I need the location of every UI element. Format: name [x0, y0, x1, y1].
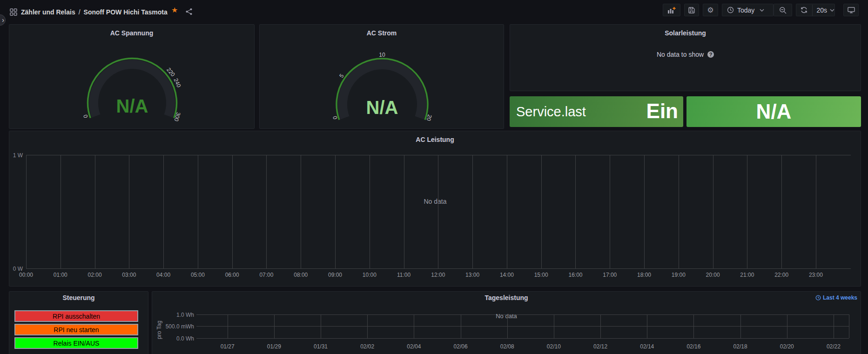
refresh-button-group[interactable]: 20s	[796, 4, 835, 16]
panel-tagesleistung: Tagesleistung Last 4 weeks 1.0 Wh 500.0 …	[152, 291, 861, 354]
x-axis-label: 11:00	[397, 272, 410, 278]
grid-vline	[274, 314, 275, 338]
x-axis-label: 16:00	[568, 272, 582, 278]
grid-vline	[740, 314, 741, 338]
x-axis-label: 10:00	[363, 272, 377, 278]
sidebar-collapse-tab[interactable]: ›	[0, 14, 6, 26]
add-panel-button[interactable]	[663, 4, 680, 16]
share-icon[interactable]	[185, 8, 193, 15]
time-range-label: Today	[737, 7, 754, 14]
gauge-value-ac-spannung: N/A	[116, 96, 148, 117]
time-picker-button[interactable]: Today	[722, 4, 774, 16]
x-axis-label: 04:00	[156, 272, 170, 278]
zoom-out-icon	[779, 7, 787, 14]
y-axis-title: pro Tag	[156, 321, 162, 339]
grid-vline	[781, 155, 782, 268]
grid-vline	[713, 155, 713, 268]
grid-vline	[301, 155, 301, 268]
breadcrumb-folder[interactable]: Zähler und Relais	[21, 8, 75, 16]
zoom-out-button[interactable]	[774, 4, 792, 16]
grid-vline	[367, 314, 368, 338]
grid-vline	[370, 155, 370, 268]
x-axis-label: 02/18	[733, 343, 747, 350]
x-axis-label: 07:00	[259, 272, 273, 278]
grid-vline	[461, 314, 461, 338]
gauge-tick-label: 5	[338, 73, 345, 79]
x-axis-label: 02/20	[780, 343, 794, 350]
x-axis-label: 06:00	[225, 272, 239, 278]
grid-vline	[232, 155, 233, 268]
tv-mode-button[interactable]	[843, 4, 859, 16]
x-axis-label: 21:00	[740, 272, 754, 278]
y-axis-label-max: 1 W	[9, 152, 23, 159]
save-dashboard-button[interactable]	[684, 4, 699, 16]
dashboards-grid-icon[interactable]	[10, 8, 17, 16]
breadcrumb-dashboard-title[interactable]: Sonoff POW Hichi Tasmota	[84, 8, 168, 16]
control-button-3[interactable]: Relais EIN/AUS	[14, 337, 138, 349]
chevron-down-icon	[760, 9, 764, 12]
refresh-interval-label[interactable]: 20s	[817, 7, 828, 14]
x-axis-label: 13:00	[465, 272, 479, 278]
grid-vline	[600, 314, 601, 338]
x-axis-label: 02/04	[407, 343, 421, 350]
x-axis-label: 12:00	[431, 272, 445, 278]
no-data-message: No data to show	[657, 51, 704, 58]
x-axis-label: 02/14	[640, 343, 654, 350]
x-axis-label: 02/08	[500, 343, 514, 350]
grid-vline	[266, 155, 267, 268]
add-panel-icon	[667, 7, 676, 14]
grid-vline	[404, 155, 404, 268]
x-axis-label: 01/27	[221, 343, 235, 350]
grid-vline	[129, 155, 129, 268]
panel-title-steuerung[interactable]: Steuerung	[9, 294, 148, 301]
grid-vline	[228, 314, 228, 338]
grid-vline	[679, 155, 679, 268]
grid-vline	[541, 155, 542, 268]
grid-vline	[834, 314, 834, 338]
stat-service-value: Ein	[646, 100, 678, 123]
gauge-value-ac-strom: N/A	[366, 97, 398, 118]
gauge-tick-label: 10	[379, 52, 385, 58]
grid-vline	[414, 314, 414, 338]
x-axis-label: 02/10	[547, 343, 561, 350]
tagesleistung-plot[interactable]: 1.0 Wh 500.0 mWh 0.0 Wh pro Tag No data …	[152, 292, 861, 354]
grid-vline	[554, 314, 554, 338]
gauge-tick-label: 0	[331, 115, 338, 120]
refresh-icon-wrap[interactable]	[796, 7, 812, 13]
grid-vline	[438, 155, 438, 268]
steuerung-buttons: RPI ausschaltenRPI neu startenRelais EIN…	[9, 310, 138, 351]
x-axis-label: 08:00	[294, 272, 308, 278]
panel-title-solarleistung[interactable]: Solarleistung	[510, 29, 861, 37]
gauge-tick-label: 0	[82, 114, 89, 119]
panel-ac-spannung: AC Spannung 0220240300 N/A	[9, 24, 255, 129]
x-axis-label: 22:00	[774, 272, 788, 278]
breadcrumb-separator: /	[79, 8, 81, 16]
x-axis-label: 02/02	[360, 343, 374, 350]
stat-service-last: Service.last Ein	[510, 96, 683, 127]
monitor-icon	[848, 7, 855, 13]
help-icon[interactable]: ?	[707, 51, 714, 58]
y-axis-label-min: 0 W	[9, 266, 23, 272]
ac-leistung-plot[interactable]: 1 W 0 W No data 00:0001:0002:0003:0004:0…	[9, 131, 861, 287]
panel-ac-leistung: AC Leistung 1 W 0 W No data 00:0001:0002…	[9, 131, 861, 287]
favorite-star-icon[interactable]: ★	[171, 6, 178, 14]
gauge-tick-label: 300	[173, 111, 182, 122]
control-button-2[interactable]: RPI neu starten	[14, 324, 138, 335]
grid-vline	[575, 155, 576, 268]
dashboard-settings-button[interactable]: ⚙	[703, 4, 718, 16]
x-axis-label: 02/06	[454, 343, 468, 350]
x-axis-label: 14:00	[500, 272, 514, 278]
control-button-1[interactable]: RPI ausschalten	[14, 310, 138, 322]
x-axis-label: 20:00	[706, 272, 720, 278]
grid-vline	[198, 155, 198, 268]
x-axis-label: 02:00	[88, 272, 102, 278]
gauge-tick-label: 20	[425, 114, 433, 122]
x-axis-label: 17:00	[603, 272, 617, 278]
x-axis-label: 05:00	[191, 272, 205, 278]
x-axis-label: 01:00	[54, 272, 67, 278]
grid-vline	[787, 314, 787, 338]
grid-vline	[507, 155, 507, 268]
grid-vline	[610, 155, 610, 268]
x-axis-label: 23:00	[809, 272, 823, 278]
x-axis-label: 02/22	[827, 343, 841, 350]
